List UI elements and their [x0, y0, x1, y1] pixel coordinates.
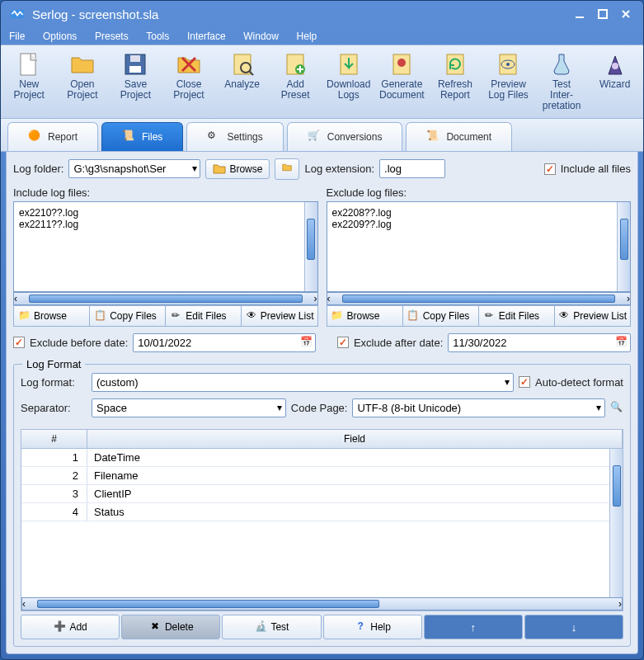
toolbar-file-new[interactable]: NewProject — [2, 49, 56, 115]
list-item[interactable]: ex2211??.log — [19, 219, 313, 230]
chevron-down-icon[interactable]: ▾ — [596, 402, 601, 413]
calendar-icon[interactable]: 📅 — [300, 336, 313, 347]
toolbar-generate[interactable]: GenerateDocument — [375, 49, 429, 115]
menu-tools[interactable]: Tools — [146, 31, 169, 42]
maximize-button[interactable] — [594, 7, 612, 21]
toolbar-refresh[interactable]: RefreshReport — [429, 49, 482, 115]
window-title: Serlog - screenshot.sla — [32, 7, 158, 21]
tab-settings[interactable]: ⚙Settings — [186, 122, 283, 151]
add-field-button[interactable]: ➕ Add — [21, 615, 120, 639]
list-item[interactable]: ex2209??.log — [332, 219, 626, 230]
scrollbar[interactable] — [304, 202, 317, 291]
codepage-select[interactable] — [352, 398, 605, 417]
conversions-icon: 🛒 — [308, 130, 322, 144]
move-down-button[interactable]: ↓ — [524, 615, 623, 639]
help-button[interactable]: ? Help — [323, 615, 422, 639]
toolbar-wizard[interactable]: Wizard — [588, 49, 642, 115]
separator-select[interactable] — [92, 398, 286, 417]
svg-point-17 — [506, 63, 510, 66]
toolbar-analyze[interactable]: Analyze — [215, 49, 269, 115]
browse-button[interactable]: 📁Browse — [13, 305, 89, 327]
menu-window[interactable]: Window — [243, 31, 279, 42]
col-field[interactable]: Field — [87, 430, 623, 448]
app-icon — [9, 6, 26, 22]
copy-files-button[interactable]: 📋Copy Files — [402, 305, 478, 327]
file-new-icon — [16, 51, 42, 78]
list-item[interactable]: ex2210??.log — [19, 207, 313, 219]
preview-list-button[interactable]: 👁Preview List — [554, 305, 631, 327]
toolbar-test[interactable]: TestInter-pretation — [535, 49, 589, 115]
scrollbar[interactable]: ‹› — [327, 292, 632, 305]
edit-files-icon: ✏ — [169, 309, 182, 323]
log-format-label: Log format: — [21, 376, 87, 389]
exclude-files-list[interactable]: ex2208??.log ex2209??.log — [327, 201, 632, 292]
svg-rect-2 — [599, 10, 607, 18]
exclude-before-label: Exclude before date: — [30, 337, 128, 349]
tab-conversions[interactable]: 🛒Conversions — [287, 122, 403, 151]
minimize-button[interactable] — [571, 7, 589, 21]
chevron-down-icon[interactable]: ▾ — [505, 376, 510, 388]
table-row[interactable]: 1DateTime — [21, 449, 623, 467]
exclude-before-checkbox[interactable] — [13, 337, 25, 348]
log-format-legend: Log Format — [22, 358, 85, 370]
scrollbar[interactable]: ‹› — [13, 292, 318, 305]
list-item[interactable]: ex2208??.log — [332, 207, 626, 219]
chevron-down-icon[interactable]: ▾ — [277, 402, 282, 413]
include-all-checkbox[interactable] — [544, 163, 556, 175]
scrollbar[interactable] — [609, 449, 623, 597]
auto-detect-checkbox[interactable] — [519, 376, 530, 388]
folder-icon — [213, 163, 226, 176]
table-row[interactable]: 3ClientIP — [21, 485, 623, 503]
copy-files-button[interactable]: 📋Copy Files — [89, 305, 165, 327]
help-icon: ? — [354, 620, 367, 634]
toolbar-download[interactable]: DownloadLogs — [322, 49, 375, 115]
exclude-before-date[interactable] — [133, 333, 316, 352]
tab-document[interactable]: 📜Document — [406, 122, 512, 151]
exclude-after-date[interactable] — [448, 333, 631, 352]
table-row[interactable]: 2Filename — [21, 467, 623, 485]
menu-interface[interactable]: Interface — [187, 31, 226, 42]
preview-list-button[interactable]: 👁Preview List — [241, 305, 317, 327]
include-all-label: Include all files — [561, 163, 631, 175]
preview-icon — [495, 51, 521, 78]
toolbar-folder-close[interactable]: CloseProject — [162, 49, 216, 115]
log-extension-input[interactable] — [379, 159, 445, 178]
settings-icon: ⚙ — [207, 130, 222, 144]
toolbar-folder-open[interactable]: OpenProject — [56, 49, 110, 115]
table-row[interactable]: 4Status — [21, 503, 623, 521]
log-folder-dropdown-icon[interactable]: ▾ — [192, 163, 197, 174]
calendar-icon[interactable]: 📅 — [615, 336, 628, 347]
menu-file[interactable]: File — [9, 31, 25, 42]
toolbar-add-preset[interactable]: AddPreset — [269, 49, 322, 115]
toolbar-preview[interactable]: PreviewLog Files — [482, 49, 535, 115]
edit-files-button[interactable]: ✏Edit Files — [165, 305, 241, 327]
scrollbar[interactable]: ‹› — [21, 597, 623, 610]
test-button[interactable]: 🔬 Test — [222, 615, 321, 639]
menubar: File Options Presets Tools Interface Win… — [1, 27, 643, 45]
scrollbar[interactable] — [617, 202, 630, 291]
files-panel: Log folder: ▾ Browse Log extension: Incl… — [6, 152, 638, 654]
add-preset-icon — [282, 51, 308, 78]
toolbar-save[interactable]: SaveProject — [109, 49, 162, 115]
include-files-list[interactable]: ex2210??.log ex2211??.log — [13, 201, 318, 292]
tab-report[interactable]: 🟠Report — [7, 122, 98, 151]
menu-options[interactable]: Options — [43, 31, 77, 42]
folder-open-icon — [69, 51, 96, 78]
delete-icon: ✖ — [148, 620, 162, 634]
edit-files-button[interactable]: ✏Edit Files — [478, 305, 554, 327]
move-up-button[interactable]: ↑ — [424, 615, 523, 639]
parent-folder-button[interactable] — [275, 158, 299, 180]
codepage-label: Code Page: — [291, 402, 348, 414]
exclude-after-checkbox[interactable] — [337, 337, 349, 348]
col-number[interactable]: # — [21, 430, 87, 448]
menu-help[interactable]: Help — [297, 31, 317, 42]
log-folder-input[interactable] — [68, 159, 200, 178]
tab-files[interactable]: 📜Files — [101, 122, 183, 151]
menu-presets[interactable]: Presets — [95, 31, 129, 42]
close-button[interactable] — [617, 7, 635, 21]
browse-button[interactable]: 📁Browse — [327, 305, 402, 327]
search-icon[interactable]: 🔍 — [610, 401, 623, 414]
log-format-select[interactable] — [92, 373, 514, 392]
browse-folder-button[interactable]: Browse — [205, 159, 270, 179]
delete-field-button[interactable]: ✖ Delete — [121, 615, 220, 639]
